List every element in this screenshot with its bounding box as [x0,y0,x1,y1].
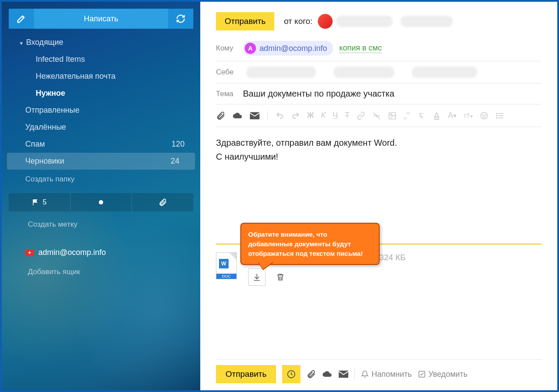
mail-icon[interactable] [250,112,259,120]
sidebar: Написать ▼Входящие Infected Items Нежела… [2,2,200,390]
bottom-bar: Отправить Напомнить Уведомить [216,359,542,390]
underline-icon[interactable]: Ч [333,111,338,120]
svg-point-5 [485,114,485,115]
self-redacted-1 [246,67,316,78]
from-label: от кого: [284,17,313,26]
word-icon: W [219,259,229,268]
attachment-thumbnail[interactable]: W DOC [216,252,237,279]
folder-junk[interactable]: Нежелательная почта [2,68,200,85]
cloud-icon-bottom[interactable] [322,370,333,379]
send-button-top[interactable]: Отправить [216,12,274,30]
text-color-icon[interactable] [432,111,441,120]
list-icon[interactable] [495,111,504,120]
font-icon[interactable]: A▾ [448,111,457,120]
attach-icon-bottom[interactable] [306,369,316,379]
attach-icon[interactable] [216,111,226,121]
recipient-chip[interactable]: А admin@ocomp.info [243,41,333,56]
svg-point-9 [496,113,497,114]
bold-icon[interactable]: Ж [307,111,314,120]
schedule-button[interactable] [282,365,300,383]
folder-spam[interactable]: Спам120 [2,136,200,153]
attach-tag[interactable] [132,193,193,211]
to-label: Кому [216,44,243,53]
quote-icon[interactable]: „" [404,111,410,121]
unlink-icon[interactable] [372,111,381,120]
folder-important[interactable]: Нужное [2,85,200,102]
self-redacted-2 [333,67,394,78]
create-folder-link[interactable]: Создать папку [2,170,200,189]
subject-label: Тема [216,90,243,98]
undo-icon[interactable] [276,111,284,120]
compose-icon-button[interactable] [9,9,34,29]
folder-drafts[interactable]: Черновики24 [7,153,195,170]
svg-point-2 [391,114,392,115]
doc-label: DOC [216,274,236,279]
emoji-icon[interactable] [480,111,488,120]
image-icon[interactable] [388,111,397,120]
send-button-bottom[interactable]: Отправить [216,365,276,383]
sms-copy-link[interactable]: копия в смс [339,44,382,53]
svg-point-3 [481,112,487,119]
add-account-link[interactable]: Добавить ящик [2,264,200,280]
compose-pane: Отправить от кого: Кому А admin@ocomp.in… [200,2,557,390]
tag-bar: 5 [9,193,193,211]
strike-icon[interactable]: Т [345,111,350,120]
cloud-icon[interactable] [232,111,243,120]
chevron-down-icon: ▼ [19,41,24,46]
account-item[interactable]: + admin@ocomp.info [2,241,200,264]
editor-toolbar: Ж К Ч Т „" A▾ тТ▾ [216,104,542,127]
remind-button[interactable]: Напомнить [361,370,412,379]
svg-point-4 [482,114,483,115]
account-icon: + [25,249,34,256]
create-tag-link[interactable]: Создать метку [2,216,200,233]
redo-icon[interactable] [291,111,300,120]
from-name-redacted [336,16,393,27]
self-redacted-3 [412,67,477,78]
delete-attachment-button[interactable] [272,268,289,286]
folder-deleted[interactable]: Удалённые [2,119,200,136]
svg-point-10 [496,115,497,116]
folder-infected[interactable]: Infected Items [2,51,200,68]
from-email-redacted [401,16,453,27]
flag-tag[interactable]: 5 [9,193,71,211]
dot-tag[interactable] [71,193,132,211]
folder-inbox[interactable]: ▼Входящие [2,34,200,51]
recipient-email: admin@ocomp.info [259,44,327,53]
svg-point-11 [496,117,497,118]
notify-button[interactable]: Уведомить [418,370,468,379]
clear-format-icon[interactable] [417,111,425,120]
self-label: Себе [216,68,243,77]
recipient-avatar: А [245,43,256,54]
annotation-callout: Обратите внимание, что добавленные докум… [240,223,380,265]
link-icon[interactable] [357,111,365,120]
from-avatar [318,14,333,29]
mail-icon-bottom[interactable] [339,370,348,378]
folder-sent[interactable]: Отправленные [2,102,200,119]
italic-icon[interactable]: К [321,111,326,120]
font-size-icon[interactable]: тТ▾ [464,112,473,119]
compose-button[interactable]: Написать [34,9,168,29]
refresh-button[interactable] [168,9,193,29]
subject-input[interactable] [243,89,542,99]
